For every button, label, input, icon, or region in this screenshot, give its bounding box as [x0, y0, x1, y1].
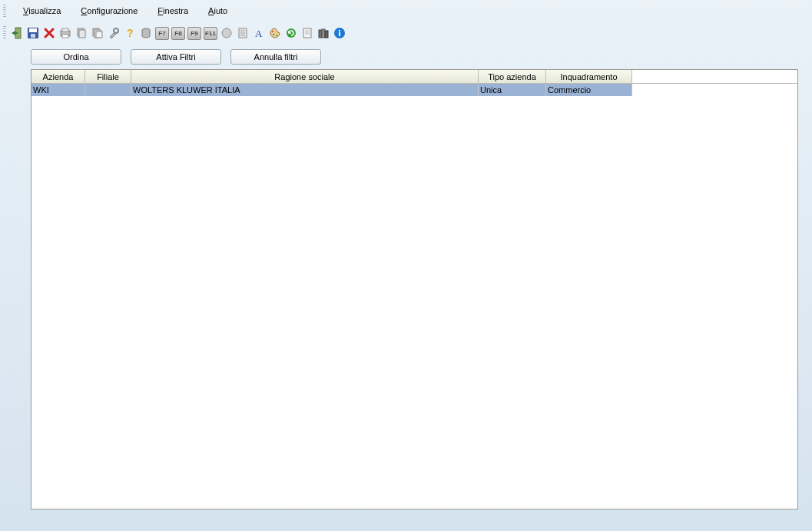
annulla-filtri-button[interactable]: Annulla filtri: [230, 49, 321, 65]
cell-ragione-sociale: WOLTERS KLUWER ITALIA: [131, 84, 479, 96]
circle-gray-icon[interactable]: [220, 26, 234, 40]
menubar: Visualizza Configurazione Finestra Aiuto: [0, 0, 812, 22]
exit-icon[interactable]: [10, 26, 24, 40]
grid-header: Azienda Filiale Ragione sociale Tipo azi…: [31, 70, 797, 84]
col-header-tipo-azienda[interactable]: Tipo azienda: [479, 70, 546, 84]
svg-rect-30: [322, 29, 325, 38]
svg-point-12: [114, 28, 118, 33]
f9-key[interactable]: F9: [187, 26, 201, 40]
f7-key[interactable]: F7: [155, 26, 169, 40]
f8-key[interactable]: F8: [171, 26, 185, 40]
font-icon[interactable]: A: [252, 26, 266, 40]
svg-rect-25: [303, 28, 311, 38]
menu-visualizza[interactable]: Visualizza: [18, 5, 65, 17]
grid-panel: Azienda Filiale Ragione sociale Tipo azi…: [31, 69, 798, 509]
svg-text:?: ?: [127, 27, 134, 39]
action-row: Ordina Attiva Filtri Annulla filtri: [0, 45, 812, 68]
print-icon[interactable]: [58, 26, 72, 40]
svg-rect-2: [29, 28, 37, 32]
document-stack1-icon[interactable]: [75, 26, 88, 40]
toolbar-grip: [3, 26, 6, 40]
col-header-inquadramento[interactable]: Inquadramento: [546, 70, 632, 84]
svg-point-23: [276, 35, 277, 36]
svg-point-22: [273, 34, 274, 35]
f11-key[interactable]: F11: [204, 26, 217, 40]
page-icon[interactable]: [300, 26, 314, 40]
tool-icon[interactable]: [107, 26, 121, 40]
refresh-icon[interactable]: [284, 26, 298, 40]
delete-icon[interactable]: [42, 26, 56, 40]
cell-azienda: WKI: [31, 84, 85, 96]
svg-rect-11: [96, 32, 102, 38]
svg-rect-3: [31, 34, 35, 38]
svg-point-15: [222, 28, 231, 38]
note-icon[interactable]: [236, 26, 250, 40]
svg-rect-8: [79, 30, 85, 38]
database-icon[interactable]: [139, 26, 153, 40]
svg-text:A: A: [255, 28, 263, 39]
col-header-ragione-sociale[interactable]: Ragione sociale: [131, 70, 479, 84]
save-icon[interactable]: [26, 26, 40, 40]
books-icon[interactable]: [317, 26, 330, 40]
toolbar: ? F7 F8 F9 F11 A: [0, 22, 812, 45]
svg-rect-34: [339, 30, 340, 32]
col-header-azienda[interactable]: Azienda: [31, 70, 85, 84]
document-stack2-icon[interactable]: [91, 26, 104, 40]
cell-tipo-azienda: Unica: [479, 84, 546, 96]
ordina-button[interactable]: Ordina: [31, 49, 121, 65]
svg-rect-5: [62, 28, 68, 32]
svg-rect-33: [339, 32, 340, 36]
attiva-filtri-button[interactable]: Attiva Filtri: [131, 49, 221, 65]
svg-rect-6: [62, 35, 68, 38]
svg-point-21: [272, 31, 273, 32]
menubar-grip: [3, 5, 6, 17]
menu-configurazione[interactable]: Configurazione: [76, 5, 142, 17]
cell-empty: [632, 84, 797, 96]
svg-rect-31: [325, 31, 328, 38]
table-row[interactable]: WKI WOLTERS KLUWER ITALIA Unica Commerci…: [31, 84, 797, 96]
cell-inquadramento: Commercio: [546, 84, 632, 96]
help-icon[interactable]: ?: [123, 26, 137, 40]
col-header-filiale[interactable]: Filiale: [85, 70, 131, 84]
menu-finestra[interactable]: Finestra: [153, 5, 193, 17]
info-icon[interactable]: [333, 26, 346, 40]
col-header-empty: [632, 70, 797, 84]
svg-rect-29: [319, 30, 322, 38]
cell-filiale: [85, 84, 131, 96]
palette-icon[interactable]: [268, 26, 282, 40]
menu-aiuto[interactable]: Aiuto: [204, 5, 232, 17]
